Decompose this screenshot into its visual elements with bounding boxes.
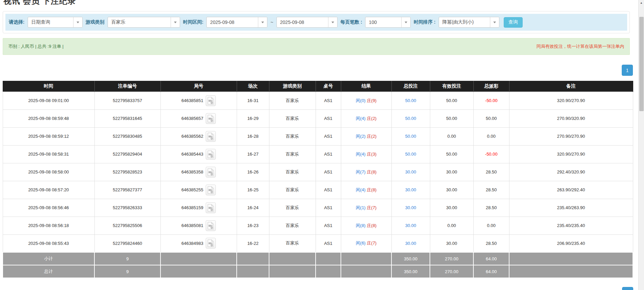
cell-bet-id: 522795829404 [94, 145, 160, 163]
header-total-bet: 总投注 [391, 81, 430, 92]
table-body: 2025-09-08 09:01:00522795833757646385851… [3, 92, 633, 278]
vertical-scrollbar[interactable]: ▲ [638, 0, 644, 290]
date-to-select[interactable]: 2025-09-08 [276, 17, 338, 28]
total-bet-link[interactable]: 50.00 [405, 134, 416, 139]
cell-game-type: 百家乐 [269, 109, 316, 127]
cell-game-type: 百家乐 [269, 234, 316, 252]
query-type-select[interactable]: 日期查询 [28, 17, 83, 28]
chevron-down-icon[interactable] [258, 17, 267, 27]
query-button[interactable]: 查询 [504, 17, 523, 28]
table-row: 2025-09-08 08:56:46522795826333646385159… [3, 199, 633, 217]
cell-bet-id: 522795824460 [94, 234, 160, 252]
summary-note: 同局有效投注，统一计算在该局第一张注单内 [536, 43, 624, 50]
video-replay-icon [207, 115, 214, 123]
cell-game-type: 百家乐 [269, 199, 316, 217]
total-row-empty [509, 265, 633, 278]
video-replay-button[interactable] [206, 113, 216, 124]
cell-payout: 28.50 [473, 181, 509, 199]
total-row-empty [269, 265, 316, 278]
cell-payout: 0.00 [473, 217, 509, 234]
total-bet-link[interactable]: 50.00 [405, 98, 416, 103]
cell-valid-bet: 30.00 [430, 163, 473, 181]
page-size-label: 每页笔数 : [341, 19, 362, 25]
total-bet-link[interactable]: 50.00 [405, 152, 416, 157]
page-1-button[interactable]: 1 [622, 287, 633, 290]
chevron-down-icon[interactable] [490, 17, 499, 27]
chevron-down-icon[interactable] [73, 17, 82, 27]
payout-value: 28.50 [486, 205, 497, 210]
game-type-select[interactable]: 百家乐 [108, 17, 180, 28]
time-sort-value: 降冪(由大到小) [439, 17, 490, 27]
video-replay-button[interactable] [206, 220, 216, 231]
result-player: 闲(2) [356, 134, 365, 139]
scrollbar-thumb[interactable] [639, 17, 644, 111]
cell-session: 16-29 [237, 109, 269, 127]
video-replay-button[interactable] [206, 149, 216, 160]
cell-bet-id: 522795833757 [94, 92, 160, 109]
total-bet-link[interactable]: 30.00 [405, 187, 416, 192]
cell-bet-id: 522795831645 [94, 109, 160, 127]
cell-session: 16-31 [237, 92, 269, 109]
cell-session: 16-27 [237, 145, 269, 163]
cell-valid-bet: 30.00 [430, 181, 473, 199]
header-valid-bet: 有效投注 [430, 81, 473, 92]
total-row-empty [341, 265, 391, 278]
total-row-empty [237, 265, 269, 278]
total-row-count: 9 [94, 265, 160, 278]
header-note: 备注 [509, 81, 633, 92]
video-replay-button[interactable] [206, 238, 216, 249]
total-bet-link[interactable]: 30.00 [405, 241, 416, 246]
cell-round-id: 646385851 [160, 92, 237, 109]
cell-round-id: 646385657 [160, 109, 237, 127]
video-replay-button[interactable] [206, 202, 216, 213]
cell-total-bet: 30.00 [391, 199, 430, 217]
cell-result: 闲(2) 庄(2) [341, 127, 391, 145]
page-size-select[interactable]: 100 [365, 17, 411, 28]
cell-time: 2025-09-08 08:56:18 [3, 217, 94, 234]
cell-note: 320.90/270.90 [509, 145, 633, 163]
table-row: 2025-09-08 08:56:18522795825506646385081… [3, 217, 633, 234]
total-row-valid-bet: 270.00 [430, 265, 473, 278]
subtotal-row-empty [316, 252, 341, 265]
cell-total-bet: 30.00 [391, 163, 430, 181]
cell-session: 16-28 [237, 127, 269, 145]
result-banker: 庄(2) [367, 134, 377, 139]
round-id-value: 646384983 [181, 241, 203, 246]
video-replay-icon [207, 222, 214, 230]
header-session: 场次 [237, 81, 269, 92]
video-replay-button[interactable] [206, 185, 216, 195]
cell-game-type: 百家乐 [269, 181, 316, 199]
total-bet-link[interactable]: 30.00 [405, 205, 416, 210]
total-bet-link[interactable]: 50.00 [405, 116, 416, 121]
cell-result: 闲(8) 庄(8) [341, 217, 391, 234]
video-replay-button[interactable] [206, 167, 216, 178]
cell-table-no: AS1 [316, 145, 341, 163]
chevron-down-icon[interactable] [328, 17, 337, 27]
cell-valid-bet: 50.00 [430, 145, 473, 163]
cell-result: 闲(7) 庄(8) [341, 163, 391, 181]
caret-glyph [405, 22, 407, 23]
date-from-select[interactable]: 2025-09-08 [206, 17, 267, 28]
page-1-button[interactable]: 1 [622, 65, 633, 76]
cell-bet-id: 522795827377 [94, 181, 160, 199]
time-sort-select[interactable]: 降冪(由大到小) [439, 17, 499, 28]
header-round-id: 局号 [160, 81, 237, 92]
result-banker: 庄(7) [367, 240, 377, 246]
chevron-down-icon[interactable] [401, 17, 410, 27]
total-row-total-bet: 350.00 [391, 265, 430, 278]
result-player: 闲(6) [356, 240, 365, 246]
video-replay-icon [207, 168, 214, 176]
chevron-down-icon[interactable] [171, 17, 180, 27]
subtotal-row: 小计9350.00270.0064.00 [3, 252, 633, 265]
scrollbar-up-icon[interactable]: ▲ [639, 0, 644, 6]
cell-result: 闲(4) 庄(3) [341, 145, 391, 163]
caret-glyph [174, 22, 177, 23]
total-bet-link[interactable]: 30.00 [405, 169, 416, 174]
cell-time: 2025-09-08 08:57:20 [3, 181, 94, 199]
total-row-empty [316, 265, 341, 278]
video-replay-button[interactable] [206, 95, 216, 106]
total-bet-link[interactable]: 30.00 [405, 223, 416, 228]
cell-total-bet: 30.00 [391, 181, 430, 199]
video-replay-button[interactable] [206, 131, 216, 142]
cell-time: 2025-09-08 08:55:43 [3, 234, 94, 252]
